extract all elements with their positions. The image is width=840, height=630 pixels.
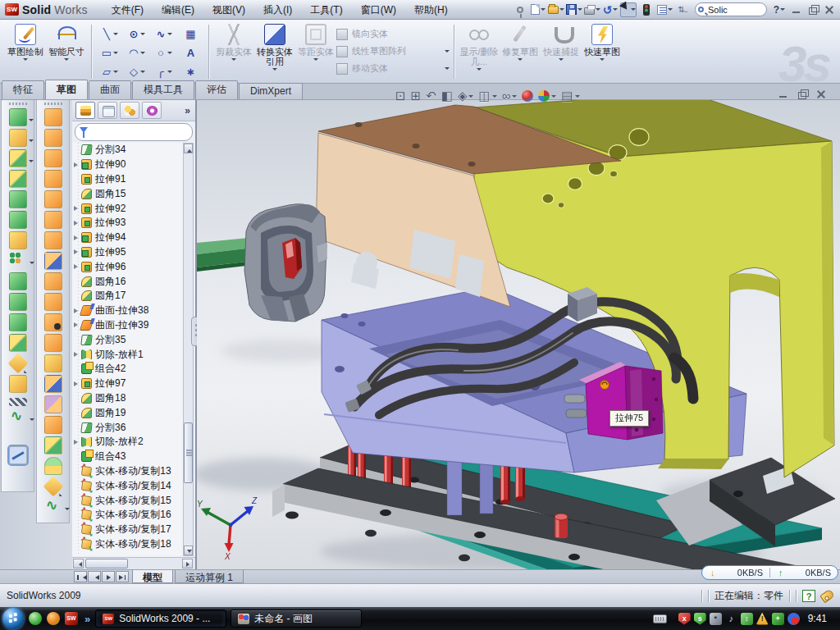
ribbon-row-button[interactable]: 移动实体 bbox=[336, 60, 450, 77]
restore-button[interactable] bbox=[806, 4, 820, 16]
tray-icon[interactable]: ↕ bbox=[741, 613, 753, 625]
sketch-entity-button[interactable]: A bbox=[177, 43, 204, 62]
features-toolbar-button[interactable] bbox=[9, 129, 27, 147]
expand-arrow-icon[interactable] bbox=[74, 264, 81, 269]
tree-item[interactable]: 实体-移动/复制15 bbox=[72, 493, 184, 508]
tree-item[interactable]: 切除-放样1 bbox=[72, 347, 184, 362]
expand-arrow-icon[interactable] bbox=[74, 440, 81, 445]
ribbon-big-button[interactable]: 草图绘制 bbox=[5, 23, 46, 63]
pin-toolbar-button[interactable] bbox=[512, 2, 528, 17]
surfaces-toolbar-button[interactable] bbox=[44, 334, 62, 352]
scrollbar-thumb[interactable] bbox=[85, 559, 128, 568]
view-tool-button[interactable]: ⊞ bbox=[411, 89, 422, 103]
scroll-down-button[interactable] bbox=[184, 546, 193, 555]
scroll-left-button[interactable] bbox=[73, 559, 84, 568]
tree-item[interactable]: 分割34 bbox=[72, 143, 184, 158]
ribbon-big-button[interactable]: 快速捕捉 bbox=[541, 23, 582, 73]
tree-vertical-scrollbar[interactable] bbox=[183, 143, 194, 556]
features-toolbar-button[interactable] bbox=[9, 272, 27, 290]
features-toolbar-button[interactable] bbox=[9, 375, 27, 393]
expand-arrow-icon[interactable] bbox=[74, 249, 81, 254]
tree-item[interactable]: 拉伸92 bbox=[72, 201, 184, 216]
options-button[interactable] bbox=[656, 2, 673, 17]
quick-launch-overflow-icon[interactable]: » bbox=[84, 613, 90, 625]
tray-icon[interactable]: ! bbox=[756, 613, 769, 625]
sketch-entity-button[interactable]: ╲ bbox=[96, 25, 123, 43]
surfaces-toolbar-button[interactable] bbox=[44, 436, 62, 454]
rebuild-button[interactable] bbox=[638, 2, 655, 17]
sketch-entity-button[interactable]: ◇ bbox=[123, 62, 150, 81]
surfaces-toolbar-button[interactable] bbox=[44, 252, 62, 270]
command-tab[interactable]: 模具工具 bbox=[132, 80, 194, 99]
tag-icon[interactable] bbox=[819, 588, 835, 603]
features-toolbar-button[interactable] bbox=[9, 231, 27, 249]
expand-arrow-icon[interactable] bbox=[74, 221, 81, 226]
menu-item[interactable]: 帮助(H) bbox=[405, 0, 457, 20]
menu-item[interactable]: 工具(T) bbox=[301, 0, 351, 20]
scrollbar-thumb[interactable] bbox=[184, 422, 193, 483]
surfaces-toolbar-button[interactable] bbox=[44, 313, 62, 331]
core-piece[interactable] bbox=[244, 204, 327, 322]
undo-button[interactable]: ↺ bbox=[602, 2, 619, 17]
sketch-entity-button[interactable]: ∿ bbox=[150, 25, 177, 43]
expand-arrow-icon[interactable] bbox=[74, 235, 81, 240]
ribbon-row-button[interactable]: 镜向实体 bbox=[336, 25, 450, 43]
view-tool-button[interactable]: ◧ bbox=[441, 89, 453, 103]
tray-icon[interactable]: x bbox=[678, 613, 691, 625]
quick-launch-icon[interactable] bbox=[47, 612, 60, 625]
tree-filter-input[interactable] bbox=[75, 123, 193, 141]
surfaces-toolbar-button[interactable] bbox=[44, 375, 62, 393]
tree-item[interactable]: 实体-移动/复制14 bbox=[72, 478, 184, 493]
menu-item[interactable]: 文件(F) bbox=[103, 0, 153, 20]
features-toolbar-button[interactable] bbox=[9, 211, 27, 229]
surfaces-toolbar-button[interactable] bbox=[44, 395, 62, 413]
tree-item[interactable]: 圆角19 bbox=[72, 405, 184, 420]
ribbon-row-button[interactable]: 线性草图阵列 bbox=[336, 43, 450, 60]
tree-item[interactable]: 拉伸90 bbox=[72, 158, 184, 172]
scroll-up-button[interactable] bbox=[184, 144, 193, 153]
command-tab[interactable]: DimXpert bbox=[239, 83, 303, 99]
quick-launch-icon[interactable] bbox=[29, 612, 42, 625]
tree-item[interactable]: 组合42 bbox=[72, 362, 184, 377]
surfaces-toolbar-button[interactable] bbox=[44, 190, 62, 208]
surfaces-toolbar-button[interactable] bbox=[44, 211, 62, 229]
tree-item[interactable]: 曲面-拉伸38 bbox=[72, 304, 184, 318]
tray-icon[interactable]: s bbox=[694, 613, 706, 625]
surfaces-toolbar-button[interactable] bbox=[43, 477, 63, 497]
manager-tab[interactable] bbox=[98, 102, 117, 119]
tray-icon[interactable] bbox=[788, 613, 800, 625]
view-tool-button[interactable]: ◫ bbox=[478, 89, 496, 103]
surfaces-toolbar-button[interactable] bbox=[44, 498, 62, 516]
features-toolbar-button[interactable] bbox=[9, 190, 27, 208]
minimize-button[interactable] bbox=[789, 4, 804, 16]
toolbar-overflow-button[interactable]: ⇅.. bbox=[674, 2, 691, 17]
ribbon-big-button[interactable]: 剪裁实体 bbox=[213, 23, 254, 73]
expand-arrow-icon[interactable] bbox=[74, 206, 81, 211]
surfaces-toolbar-button[interactable] bbox=[44, 354, 62, 372]
command-tab[interactable]: 草图 bbox=[45, 80, 88, 99]
last-tab-button[interactable] bbox=[116, 571, 129, 582]
tree-item[interactable]: 实体-移动/复制13 bbox=[72, 464, 184, 479]
graphics-viewport[interactable]: X Y Z 拉伸75 bbox=[197, 100, 840, 569]
view-tool-button[interactable]: ∞ bbox=[502, 89, 518, 103]
sketch-entity-button[interactable]: ○ bbox=[150, 43, 177, 62]
surfaces-toolbar-button[interactable] bbox=[44, 170, 62, 188]
ribbon-big-button[interactable]: 智能尺寸 bbox=[46, 23, 87, 63]
first-tab-button[interactable] bbox=[74, 571, 87, 582]
features-toolbar-button[interactable] bbox=[9, 313, 27, 331]
sketch-entity-button[interactable]: ╭ bbox=[150, 62, 177, 81]
view-tool-button[interactable] bbox=[522, 90, 533, 102]
command-tab[interactable]: 评估 bbox=[195, 80, 238, 99]
select-tool-button[interactable] bbox=[620, 2, 637, 17]
features-toolbar-button[interactable] bbox=[9, 108, 27, 126]
features-toolbar-button[interactable] bbox=[9, 334, 27, 352]
tree-item[interactable]: 拉伸91 bbox=[72, 172, 184, 187]
tree-item[interactable]: 组合43 bbox=[72, 450, 184, 464]
menu-item[interactable]: 窗口(W) bbox=[352, 0, 405, 20]
view-tool-button[interactable]: ◈ bbox=[458, 89, 474, 103]
features-toolbar-button[interactable] bbox=[9, 252, 27, 270]
ribbon-big-button[interactable]: 转换实体引用 bbox=[254, 23, 295, 73]
tree-item[interactable]: 分割36 bbox=[72, 420, 184, 435]
surfaces-toolbar-button[interactable] bbox=[44, 457, 62, 475]
expand-arrow-icon[interactable] bbox=[74, 381, 81, 386]
